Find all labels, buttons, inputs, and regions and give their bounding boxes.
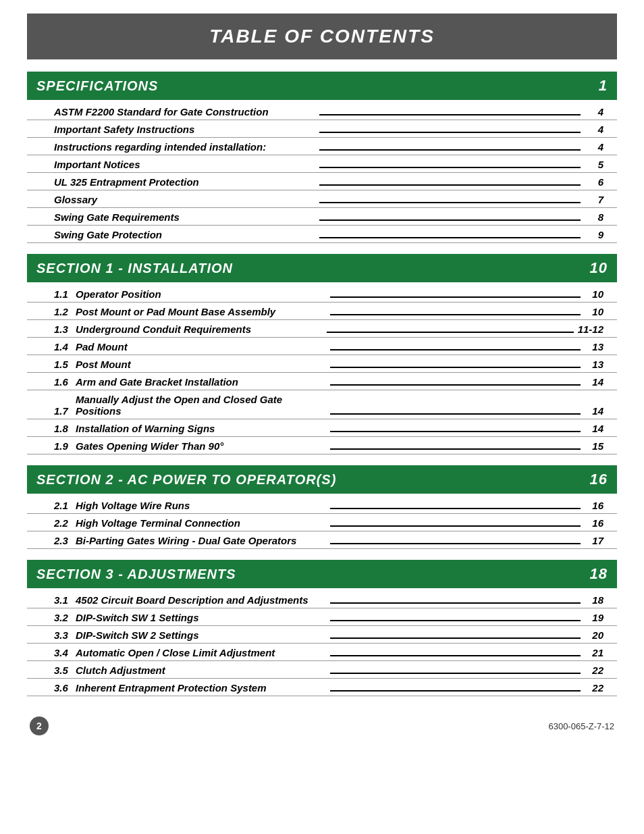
toc-entry: 3.1 4502 Circuit Board Description and A… — [27, 591, 617, 608]
entry-page: 4 — [585, 141, 603, 153]
toc-entry: Glossary 7 — [27, 190, 617, 208]
entry-label: Manually Adjust the Open and Closed Gate… — [76, 394, 326, 417]
entry-page: 10 — [585, 288, 603, 300]
toc-entry: 2.3 Bi-Parting Gates Wiring - Dual Gate … — [27, 531, 617, 549]
dots — [319, 167, 581, 168]
toc-entry: 2.2 High Voltage Terminal Connection 16 — [27, 514, 617, 531]
toc-entry: 3.3 DIP-Switch SW 2 Settings 20 — [27, 626, 617, 644]
entry-num: 1.3 — [54, 323, 76, 335]
entry-page: 16 — [585, 517, 603, 529]
section3-block: SECTION 3 - ADJUSTMENTS 18 3.1 4502 Circ… — [27, 560, 617, 696]
toc-entry: 1.1 Operator Position 10 — [27, 285, 617, 303]
entry-label: Operator Position — [76, 288, 326, 300]
section3-header: SECTION 3 - ADJUSTMENTS 18 — [27, 560, 617, 588]
entry-page: 10 — [585, 306, 603, 317]
toc-entry: 1.3 Underground Conduit Requirements 11-… — [27, 320, 617, 338]
dots — [319, 114, 581, 115]
dots — [330, 620, 581, 621]
dots — [327, 332, 574, 333]
entry-page: 21 — [585, 647, 603, 658]
entry-label: Underground Conduit Requirements — [76, 323, 323, 335]
dots — [330, 602, 581, 604]
entry-label: UL 325 Entrapment Protection — [54, 176, 315, 188]
entry-label: Gates Opening Wider Than 90° — [76, 440, 326, 452]
entry-num: 3.4 — [54, 647, 76, 658]
specs-header-page: 1 — [599, 77, 608, 95]
section2-block: SECTION 2 - AC POWER TO OPERATOR(S) 16 2… — [27, 465, 617, 549]
entry-label: Pad Mount — [76, 341, 326, 353]
entry-num: 3.6 — [54, 682, 76, 694]
entry-label: Automatic Open / Close Limit Adjustment — [76, 647, 326, 658]
toc-entry: 3.4 Automatic Open / Close Limit Adjustm… — [27, 644, 617, 661]
dots — [319, 184, 581, 186]
specs-header-label: SPECIFICATIONS — [36, 78, 158, 94]
entry-page: 18 — [585, 594, 603, 606]
entry-num: 3.2 — [54, 612, 76, 623]
entry-num: 1.9 — [54, 440, 76, 452]
dots — [319, 132, 581, 133]
dots — [330, 655, 581, 656]
entry-page: 4 — [585, 106, 603, 118]
entry-label: Swing Gate Requirements — [54, 211, 315, 223]
entry-page: 22 — [585, 682, 603, 694]
dots — [330, 525, 581, 527]
entry-label: Glossary — [54, 194, 315, 205]
entry-page: 22 — [585, 664, 603, 676]
entry-page: 19 — [585, 612, 603, 623]
entry-label: Instructions regarding intended installa… — [54, 141, 315, 153]
section3-header-page: 18 — [590, 565, 608, 583]
dots — [330, 543, 581, 544]
toc-entry: 1.4 Pad Mount 13 — [27, 338, 617, 355]
entry-page: 6 — [585, 176, 603, 188]
toc-entry: 1.6 Arm and Gate Bracket Installation 14 — [27, 373, 617, 390]
entry-label: Inherent Entrapment Protection System — [76, 682, 326, 694]
dots — [330, 690, 581, 692]
bottom-bar: 2 6300-065-Z-7-12 — [27, 716, 617, 735]
entry-page: 20 — [585, 629, 603, 641]
entry-page: 13 — [585, 341, 603, 353]
entry-page: 8 — [585, 211, 603, 223]
toc-entry: 1.5 Post Mount 13 — [27, 355, 617, 373]
entry-label: DIP-Switch SW 2 Settings — [76, 629, 326, 641]
dots — [330, 431, 581, 432]
entry-page: 17 — [585, 535, 603, 546]
toc-entry: UL 325 Entrapment Protection 6 — [27, 173, 617, 190]
entry-page: 5 — [585, 159, 603, 170]
toc-entry: Important Safety Instructions 4 — [27, 120, 617, 138]
entry-label: 4502 Circuit Board Description and Adjus… — [76, 594, 326, 606]
entry-label: Important Safety Instructions — [54, 124, 315, 135]
entry-num: 2.3 — [54, 535, 76, 546]
section3-header-label: SECTION 3 - ADJUSTMENTS — [36, 567, 236, 582]
entry-page: 4 — [585, 124, 603, 135]
entry-num: 1.4 — [54, 341, 76, 353]
toc-entry: 2.1 High Voltage Wire Runs 16 — [27, 496, 617, 514]
entry-page: 11-12 — [578, 323, 603, 335]
toc-entry: 3.2 DIP-Switch SW 1 Settings 19 — [27, 608, 617, 626]
specs-section: SPECIFICATIONS 1 ASTM F2200 Standard for… — [27, 72, 617, 243]
entry-label: Arm and Gate Bracket Installation — [76, 376, 326, 388]
entry-num: 1.6 — [54, 376, 76, 388]
entry-num: 1.1 — [54, 288, 76, 300]
entry-label: Swing Gate Protection — [54, 229, 315, 240]
dots — [319, 202, 581, 203]
entry-num: 3.3 — [54, 629, 76, 641]
toc-entry: Instructions regarding intended installa… — [27, 138, 617, 155]
entry-num: 3.1 — [54, 594, 76, 606]
toc-entry: ASTM F2200 Standard for Gate Constructio… — [27, 103, 617, 120]
dots — [330, 413, 581, 415]
section1-header: SECTION 1 - INSTALLATION 10 — [27, 254, 617, 282]
toc-entry: 1.2 Post Mount or Pad Mount Base Assembl… — [27, 303, 617, 320]
dots — [330, 314, 581, 315]
dots — [330, 384, 581, 386]
doc-code: 6300-065-Z-7-12 — [548, 721, 614, 731]
dots — [319, 149, 581, 151]
page-title: TABLE OF CONTENTS — [27, 14, 617, 59]
entry-label: Clutch Adjustment — [76, 664, 326, 676]
entry-page: 7 — [585, 194, 603, 205]
toc-entry: Swing Gate Protection 9 — [27, 226, 617, 243]
entry-label: Bi-Parting Gates Wiring - Dual Gate Oper… — [76, 535, 326, 546]
toc-entry: 3.5 Clutch Adjustment 22 — [27, 661, 617, 679]
toc-entry: 1.7 Manually Adjust the Open and Closed … — [27, 390, 617, 419]
entry-label: ASTM F2200 Standard for Gate Constructio… — [54, 106, 315, 118]
dots — [319, 237, 581, 238]
